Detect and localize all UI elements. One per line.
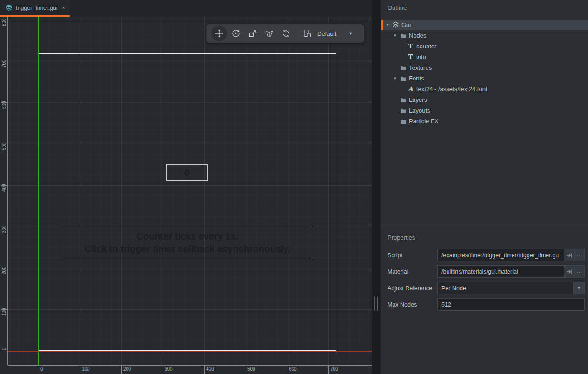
expander-icon[interactable]: ▼ [392,33,399,38]
ruler-x-label: 0 [40,367,43,372]
close-icon[interactable]: × [62,5,66,11]
ruler-tick [163,366,163,374]
visibility-filter-button[interactable] [261,26,278,41]
ruler-tick [328,366,329,374]
canvas-toolbar: Default ▼ [206,24,364,43]
ruler-y-label: 700 [1,60,7,67]
outline-row-text24-assets-text24-font[interactable]: Atext24 - /assets/text24.font [381,84,588,94]
outline-row-info[interactable]: Tinfo [381,52,588,62]
editor-tab-bar: trigger_timer.gui × [0,0,372,17]
property-row-material: Material/builtins/materials/gui.material… [388,265,585,278]
folder-icon [399,76,408,81]
ruler-x-label: 200 [123,367,131,372]
outline-row-fonts[interactable]: ▼Fonts [381,73,588,84]
outline-row-label: Fonts [409,75,424,82]
outline-row-label: Gui [401,21,411,28]
outline-row-label: Textures [409,64,432,71]
browse-resource-button[interactable]: … [575,249,585,261]
expander-icon[interactable]: ▼ [392,76,399,80]
ruler-x-label: 500 [247,367,255,372]
outline-header: Outline [388,4,407,11]
ellipsis-icon: … [576,268,582,275]
outline-row-label: Layers [409,96,427,103]
info-line-2: Click to trigger timer callback asynchro… [63,243,312,255]
selection-accent-bar [381,20,383,30]
ruler-y-label: 800 [1,18,7,26]
outline-row-label: Layouts [409,107,430,114]
field-value: /examples/timer/trigger_timer/trigger_ti… [441,252,559,259]
ruler-x-label: 700 [330,367,338,372]
ruler-tick [80,366,80,374]
outline-row-label: text24 - /assets/text24.font [416,86,487,93]
move-tool-icon [215,29,223,38]
open-resource-button[interactable] [564,249,575,261]
arrow-to-bar-icon [566,269,573,274]
ruler-tick [287,366,287,374]
refresh-view-icon [282,29,290,38]
move-tool-button[interactable] [211,26,227,41]
vertical-ruler: 8007006005004003002001000 [0,17,8,365]
folder-icon [399,65,408,71]
tab-title: trigger_timer.gui [16,5,58,11]
property-row-adjust-reference: Adjust ReferencePer Node▼ [388,282,585,294]
folder-icon [399,97,408,103]
outline-row-particle-fx[interactable]: Particle FX [381,116,588,127]
outline-row-gui[interactable]: ▼Gui [381,20,588,30]
browse-resource-button[interactable]: … [575,265,585,278]
property-row-max-nodes: Max Nodes512 [388,298,585,311]
ellipsis-icon: … [576,252,582,259]
folder-icon [399,108,408,114]
divider-grip-handle[interactable] [374,297,378,311]
ruler-y-label: 300 [1,225,7,233]
info-line-1: Counter ticks every 1s. [63,230,312,243]
outline-row-layers[interactable]: Layers [381,94,588,105]
font-resource-icon: A [406,86,415,92]
outline-row-textures[interactable]: Textures [381,62,588,73]
scene-editor-canvas[interactable]: 0 Counter ticks every 1s. Click to trigg… [0,17,372,374]
script-input[interactable]: /examples/timer/trigger_timer/trigger_ti… [437,249,564,261]
max-nodes-input[interactable]: 512 [437,298,585,311]
ruler-x-label: 100 [82,367,90,372]
field-value: /builtins/materials/gui.material [441,268,518,275]
folder-icon [399,119,408,124]
pane-divider [372,0,381,374]
ruler-tick [39,366,39,374]
outline-row-label: info [416,53,426,60]
outline-row-nodes[interactable]: ▼Nodes [381,30,588,41]
scale-tool-icon [248,29,257,38]
chevron-down-icon: ▼ [573,282,584,294]
open-resource-button[interactable] [564,265,575,278]
ruler-y-label: 200 [1,267,7,274]
rotate-tool-button[interactable] [227,26,244,41]
gui-file-icon [5,4,13,11]
property-label: Max Nodes [388,301,437,308]
text-node-icon: T [406,54,415,60]
properties-header: Properties [388,234,415,241]
outline-tree: ▼Gui▼NodesTcounterTinfoTextures▼FontsAte… [381,20,588,127]
material-input[interactable]: /builtins/materials/gui.material [437,265,564,278]
tab-trigger-timer-gui[interactable]: trigger_timer.gui × [0,0,70,17]
ruler-y-label: 500 [1,142,7,150]
info-text-node[interactable]: Counter ticks every 1s. Click to trigger… [63,227,312,259]
adjust-reference-dropdown[interactable]: Per Node▼ [437,282,585,294]
ruler-y-label: 600 [1,101,7,109]
property-label: Script [388,252,437,259]
text-node-icon: T [406,43,415,49]
outline-row-layouts[interactable]: Layouts [381,105,588,116]
layout-profile-dropdown[interactable]: Default ▼ [302,29,353,38]
ruler-tick [246,366,246,374]
outline-row-counter[interactable]: Tcounter [381,41,588,52]
ruler-tick [121,366,122,374]
refresh-view-button[interactable] [278,26,294,41]
counter-text-node[interactable]: 0 [166,164,208,181]
properties-section: Properties Script/examples/timer/trigger… [381,225,588,374]
field-value: 512 [441,301,451,308]
property-label: Adjust Reference [388,285,437,292]
toolbar-separator [298,27,298,40]
expander-icon[interactable]: ▼ [384,23,391,27]
outline-row-label: Particle FX [409,118,439,125]
visibility-filter-icon [265,29,274,38]
ruler-tick [370,366,370,374]
scale-tool-button[interactable] [244,26,261,41]
gui-scene-icon [391,21,400,28]
